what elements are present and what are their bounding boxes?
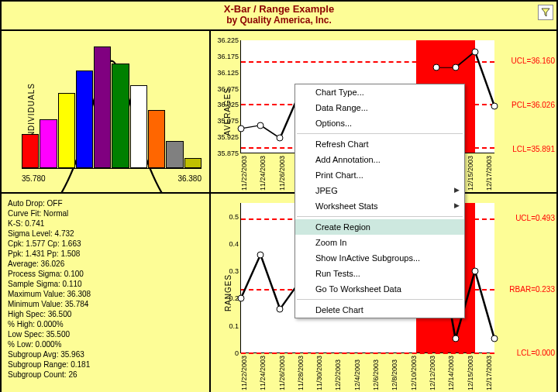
histogram-bar	[112, 64, 129, 168]
histogram-bar	[148, 110, 165, 168]
stat-line: Sample Sigma: 0.110	[8, 279, 203, 289]
data-point[interactable]	[452, 64, 459, 71]
stat-line: Ppk: 1.431 Pp: 1.508	[8, 249, 203, 259]
stat-line: Curve Fit: Normal	[8, 208, 203, 218]
menu-item[interactable]: Chart Type...	[295, 84, 464, 100]
menu-item[interactable]: Show InActive Subgroups...	[295, 250, 464, 266]
y-tick: 0.1	[229, 322, 239, 330]
menu-item[interactable]: Delete Chart	[295, 302, 464, 318]
limit-label: RBAR=0.233	[509, 285, 555, 294]
data-point[interactable]	[491, 102, 498, 109]
x-tick: 12/15/2003	[467, 355, 476, 390]
limit-label: LCL=35.891	[512, 145, 555, 153]
menu-item[interactable]: Options...	[295, 115, 464, 131]
data-point[interactable]	[238, 294, 245, 301]
x-tick: 12/2/2003	[334, 355, 343, 390]
x-tick: 11/24/2003	[259, 155, 268, 191]
menu-item[interactable]: Zoom In	[295, 235, 464, 250]
x-tick: 12/14/2003	[447, 355, 456, 390]
x-tick: 11/28/2003	[297, 355, 306, 390]
histogram-bar	[184, 158, 202, 168]
limit-label: UCL=36.160	[512, 57, 555, 65]
histogram-bar	[166, 141, 183, 168]
menu-item[interactable]: Create Region	[295, 219, 464, 235]
stat-line: Sigma Level: 4.732	[8, 229, 203, 239]
x-tick: 12/15/2003	[467, 155, 476, 191]
x-tick: 12/6/2003	[372, 355, 381, 390]
stat-line: Auto Drop: OFF	[8, 198, 203, 208]
x-tick: 11/24/2003	[259, 355, 268, 390]
x-tick: 11/22/2003	[240, 355, 250, 390]
histogram-bar	[58, 93, 75, 168]
limit-label: UCL=0.493	[515, 214, 555, 222]
limit-label: PCL=36.026	[512, 101, 555, 109]
x-tick: 12/17/2003	[485, 155, 494, 191]
hist-xmin: 35.780	[22, 174, 46, 183]
y-tick: 36.225	[217, 36, 239, 44]
histogram-bar	[130, 85, 147, 168]
stat-line: Low Spec: 35.500	[8, 329, 203, 339]
menu-item[interactable]: JPEG	[295, 183, 464, 198]
stat-line: Average: 36.026	[8, 259, 203, 269]
x-tick: 12/12/2003	[429, 355, 438, 390]
data-point[interactable]	[452, 335, 459, 342]
menu-item[interactable]: Run Tests...	[295, 266, 464, 281]
y-tick: 0	[235, 349, 239, 357]
x-tick: 12/17/2003	[485, 355, 494, 390]
menu-item[interactable]: Add Annotation...	[295, 152, 464, 167]
x-tick: 11/26/2003	[278, 355, 288, 390]
data-point[interactable]	[277, 305, 284, 312]
y-tick: 35.875	[217, 150, 239, 157]
hist-xmax: 36.380	[177, 174, 202, 183]
app-window: X-Bar / Range Example by Quality America…	[0, 0, 558, 392]
histogram-bar	[94, 46, 111, 168]
y-tick: 36.025	[217, 101, 239, 108]
data-point[interactable]	[277, 135, 284, 142]
stat-line: K-S: 0.741	[8, 218, 203, 229]
stat-line: High Spec: 36.500	[8, 309, 203, 319]
context-menu[interactable]: Chart Type...Data Range...Options...Refr…	[294, 84, 465, 318]
x-tick: 11/26/2003	[278, 155, 288, 191]
stat-line: Minimum Value: 35.784	[8, 299, 203, 309]
stat-line: Cpk: 1.577 Cp: 1.663	[8, 239, 203, 249]
menu-item[interactable]: Worksheet Stats	[295, 198, 464, 214]
menu-item[interactable]: Go To Worksheet Data	[295, 281, 464, 297]
histogram-bar	[40, 119, 57, 168]
stat-line: Subgroup Range: 0.181	[8, 359, 203, 370]
title-line2: by Quality America, Inc.	[2, 15, 556, 26]
data-point[interactable]	[257, 122, 264, 129]
menu-item[interactable]: Refresh Chart	[295, 136, 464, 152]
x-tick: 12/4/2003	[353, 355, 363, 390]
y-tick: 35.975	[217, 117, 239, 125]
x-tick: 11/22/2003	[240, 155, 250, 191]
histogram-xaxis: 35.780 36.380	[22, 174, 202, 183]
stats-panel: Auto Drop: OFFCurve Fit: NormalK-S: 0.74…	[2, 194, 211, 392]
stat-line: % Low: 0.000%	[8, 339, 203, 349]
title-bar: X-Bar / Range Example by Quality America…	[2, 3, 556, 31]
stat-line: Subgroup Avg: 35.963	[8, 349, 203, 359]
y-tick: 36.125	[217, 69, 239, 77]
y-tick: 36.075	[217, 85, 239, 93]
y-tick: 36.175	[217, 53, 239, 60]
x-tick: 12/10/2003	[410, 355, 419, 390]
data-point[interactable]	[471, 48, 478, 55]
menu-item[interactable]: Data Range...	[295, 100, 464, 115]
data-point[interactable]	[257, 251, 264, 258]
histogram-bar	[76, 70, 93, 168]
x-tick: 12/8/2003	[391, 355, 400, 390]
stat-line: Process Sigma: 0.100	[8, 269, 203, 279]
histogram-panel[interactable]: INDIVIDUALS 35.780 36.380	[2, 31, 211, 194]
title-line1: X-Bar / Range Example	[2, 3, 556, 15]
data-point[interactable]	[238, 125, 245, 132]
data-point[interactable]	[432, 64, 439, 71]
funnel-icon[interactable]	[538, 5, 553, 20]
data-point[interactable]	[491, 335, 498, 342]
stat-line: Subgroup Count: 26	[8, 370, 203, 380]
menu-item[interactable]: Print Chart...	[295, 167, 464, 183]
y-tick: 35.925	[217, 133, 239, 141]
y-tick: 0.4	[229, 240, 239, 248]
histogram-plot	[22, 46, 202, 169]
data-point[interactable]	[471, 267, 478, 274]
limit-label: LCL=0.000	[517, 349, 555, 357]
y-tick: 0.3	[229, 267, 239, 275]
